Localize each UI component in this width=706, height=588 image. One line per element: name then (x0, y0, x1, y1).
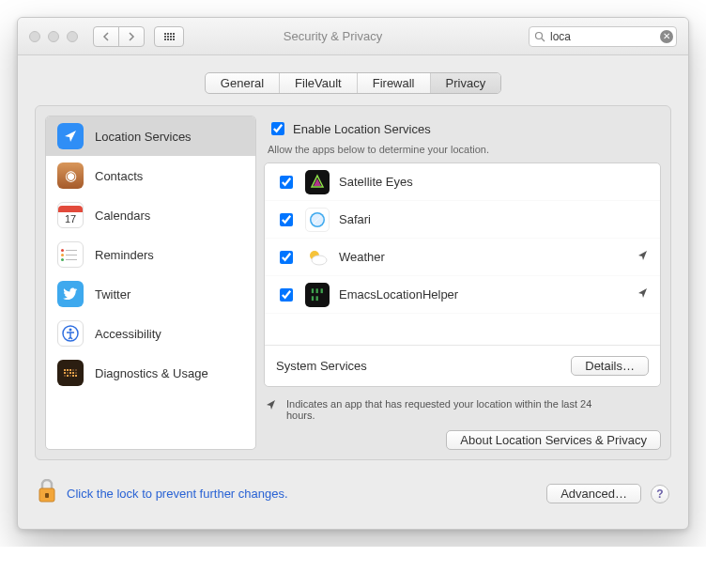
sidebar-item-accessibility[interactable]: Accessibility (46, 314, 255, 353)
tab-firewall[interactable]: Firewall (358, 73, 431, 93)
help-button[interactable]: ? (651, 485, 669, 503)
nav-buttons (93, 26, 145, 47)
svg-point-0 (536, 32, 543, 39)
sidebar-item-label: Calendars (95, 209, 150, 223)
search-wrap: ✕ (529, 26, 677, 47)
contacts-icon: ◉ (57, 162, 84, 189)
svg-point-9 (312, 255, 327, 265)
sidebar-item-reminders[interactable]: Reminders (46, 235, 255, 274)
footnote: Indicates an app that has requested your… (264, 393, 661, 421)
app-row-weather: Weather (265, 239, 660, 276)
footnote-text: Indicates an app that has requested your… (286, 398, 606, 421)
accessibility-icon (57, 320, 84, 347)
location-services-pane: Enable Location Services Allow the apps … (264, 116, 661, 450)
app-row-satellite-eyes: Satellite Eyes (265, 163, 660, 201)
window-title: Security & Privacy (146, 29, 519, 43)
svg-point-3 (69, 329, 72, 332)
tab-filevault[interactable]: FileVault (280, 73, 358, 93)
app-name: Safari (339, 212, 371, 226)
forward-button[interactable] (118, 26, 145, 47)
app-row-safari: Safari (265, 201, 660, 239)
close-icon: ✕ (663, 32, 670, 41)
recent-location-icon (637, 287, 649, 302)
twitter-icon (57, 281, 84, 307)
app-name: Satellite Eyes (339, 175, 413, 189)
about-row: About Location Services & Privacy (264, 426, 661, 450)
details-button[interactable]: Details… (571, 356, 649, 376)
enable-row: Enable Location Services (264, 116, 661, 138)
sidebar-item-location-services[interactable]: Location Services (46, 116, 255, 156)
search-icon (534, 31, 545, 42)
app-icon (305, 208, 330, 232)
advanced-button[interactable]: Advanced… (546, 484, 641, 503)
privacy-panel: Location Services ◉ Contacts 17 Calendar… (35, 105, 671, 460)
app-icon (305, 170, 330, 194)
app-row-emacslocationhelper: ▮▮▮▮▮ EmacsLocationHelper (265, 276, 660, 314)
app-checkbox[interactable] (280, 288, 293, 302)
sidebar-item-label: Location Services (95, 130, 192, 144)
app-name: Weather (339, 250, 385, 264)
enable-location-label: Enable Location Services (293, 122, 431, 136)
titlebar: Security & Privacy ✕ (18, 18, 688, 55)
recent-location-icon (637, 250, 649, 264)
tabs: General FileVault Firewall Privacy (205, 72, 501, 94)
category-sidebar: Location Services ◉ Contacts 17 Calendar… (45, 116, 256, 450)
diagnostics-icon (57, 360, 84, 386)
zoom-button[interactable] (67, 31, 78, 42)
footer: Click the lock to prevent further change… (18, 466, 688, 529)
close-button[interactable] (29, 31, 40, 42)
search-input[interactable] (529, 26, 677, 47)
sidebar-item-diagnostics[interactable]: Diagnostics & Usage (46, 353, 255, 393)
sidebar-item-label: Twitter (95, 287, 130, 302)
tab-general[interactable]: General (206, 73, 280, 93)
lock-text[interactable]: Click the lock to prevent further change… (67, 487, 288, 501)
app-icon (305, 245, 330, 270)
system-services-row: System Services Details… (265, 345, 660, 386)
sidebar-item-contacts[interactable]: ◉ Contacts (46, 156, 255, 195)
sidebar-item-label: Contacts (95, 169, 143, 183)
traffic-lights (29, 31, 78, 42)
sidebar-item-label: Accessibility (95, 327, 161, 341)
sidebar-item-label: Diagnostics & Usage (95, 366, 208, 380)
sidebar-item-calendars[interactable]: 17 Calendars (46, 195, 255, 235)
clear-search-button[interactable]: ✕ (660, 30, 673, 43)
about-button[interactable]: About Location Services & Privacy (446, 430, 661, 450)
tab-privacy[interactable]: Privacy (431, 73, 501, 93)
app-checkbox[interactable] (280, 176, 293, 189)
app-checkbox[interactable] (280, 213, 293, 226)
chevron-left-icon (102, 32, 110, 41)
calendar-icon: 17 (57, 202, 84, 228)
reminders-icon (57, 241, 84, 268)
back-button[interactable] (93, 26, 119, 47)
tab-bar: General FileVault Firewall Privacy (18, 55, 688, 105)
preferences-window: Security & Privacy ✕ General FileVault F… (17, 17, 689, 530)
sidebar-item-twitter[interactable]: Twitter (46, 274, 255, 314)
app-icon: ▮▮▮▮▮ (305, 283, 330, 307)
app-checkbox[interactable] (280, 251, 293, 264)
svg-line-1 (542, 39, 545, 41)
app-name: EmacsLocationHelper (339, 287, 458, 302)
sidebar-item-label: Reminders (95, 248, 154, 262)
svg-rect-11 (45, 493, 49, 498)
location-icon (57, 123, 84, 149)
app-list: Satellite Eyes Safari Weather (264, 162, 661, 387)
enable-location-checkbox[interactable] (271, 122, 284, 135)
allow-text: Allow the apps below to determine your l… (264, 144, 661, 155)
chevron-right-icon (128, 32, 135, 41)
system-services-label: System Services (276, 359, 367, 373)
recent-location-icon (266, 398, 277, 421)
lock-icon[interactable] (37, 479, 57, 508)
minimize-button[interactable] (48, 31, 59, 42)
